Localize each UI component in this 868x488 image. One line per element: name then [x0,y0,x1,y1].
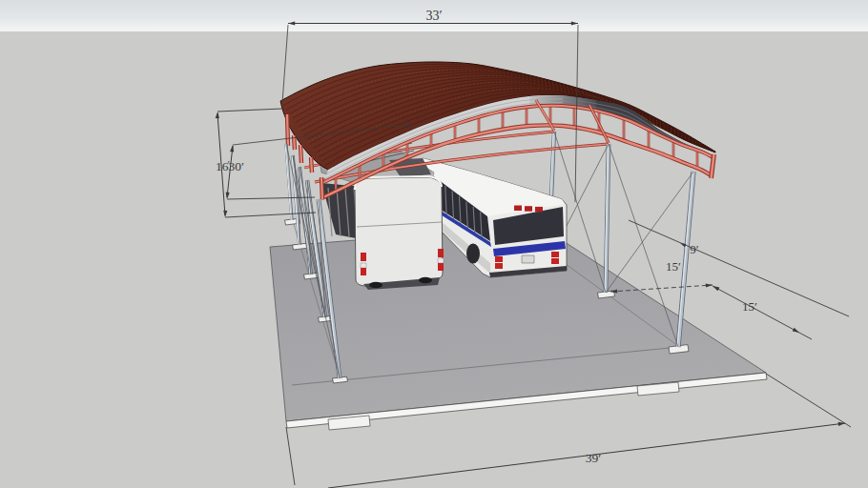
svg-text:39′: 39′ [586,451,602,465]
svg-text:15′: 15′ [666,259,681,274]
svg-text:15′: 15′ [742,299,757,314]
svg-text:1630′: 1630′ [216,159,244,173]
svg-text:9′: 9′ [690,242,699,256]
svg-text:33′: 33′ [425,9,442,23]
svg-text:′: ′ [228,158,230,170]
